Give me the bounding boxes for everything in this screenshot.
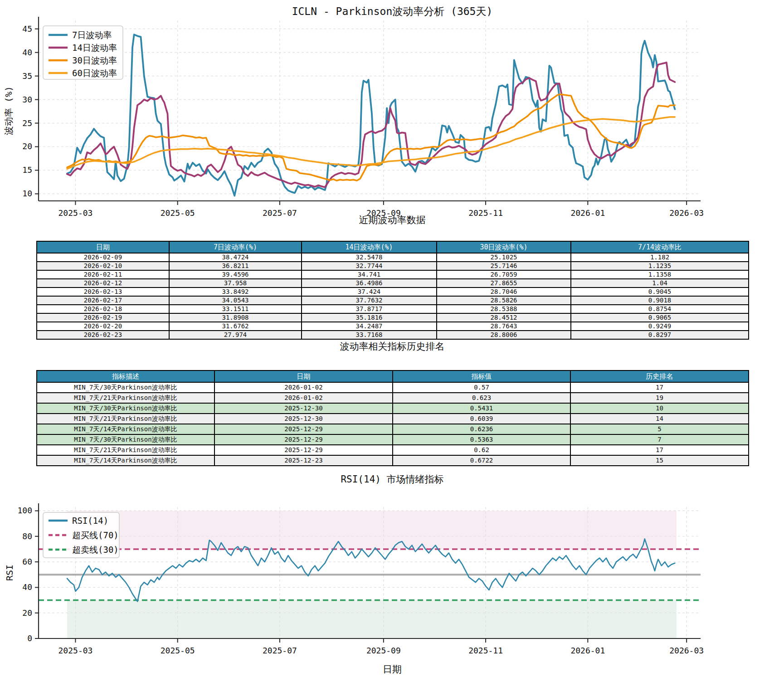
table-cell: 2026-02-11: [37, 270, 169, 279]
table-cell: 17: [570, 445, 749, 455]
parkinson-volatility-plot-area: 10152025303540452025-032025-052025-07202…: [3, 17, 704, 218]
table-cell: 0.9249: [571, 322, 749, 331]
table-cell: 31.8908: [169, 313, 302, 322]
table-cell: 34.741: [302, 270, 437, 279]
y-tick-label: 25: [22, 118, 32, 128]
table-row: MIN_7天/30天Parkinson波动率比2025-12-300.54311…: [37, 403, 749, 414]
header-row: 指标描述日期指标值历史排名: [37, 370, 749, 382]
table-cell: 31.6762: [169, 322, 302, 331]
table-cell: 17: [570, 382, 749, 393]
ranking-table-title: 波动率相关指标历史排名: [23, 340, 762, 353]
y-tick-label: 20: [22, 141, 32, 151]
volatility-analysis-page: ICLN - Parkinson波动率分析 (365天) 10152025303…: [0, 0, 784, 687]
table-cell: MIN_7天/14天Parkinson波动率比: [37, 424, 214, 434]
y-tick-label: 40: [22, 582, 32, 592]
table-cell: 2026-02-17: [37, 296, 169, 305]
table-cell: 25.1025: [437, 253, 571, 262]
table-cell: 37.8717: [302, 305, 437, 313]
x-tick-label: 2025-11: [468, 646, 503, 655]
table-cell: 2026-01-02: [214, 382, 393, 393]
table-cell: 2026-01-02: [214, 393, 393, 403]
table-cell: MIN_7天/21天Parkinson波动率比: [37, 393, 214, 403]
legend-label: 超卖线(30): [72, 545, 119, 555]
table-cell: 0.6722: [393, 455, 570, 466]
table-cell: 0.9065: [571, 313, 749, 322]
table-cell: 2026-02-10: [37, 262, 169, 270]
table-row: 2026-02-2031.676234.248728.76430.9249: [37, 322, 749, 331]
table-cell: 28.5388: [437, 305, 571, 313]
volatility-line-chart: 10152025303540452025-032025-052025-07202…: [0, 0, 784, 229]
table-cell: 28.7046: [437, 287, 571, 296]
column-header: 日期: [37, 241, 169, 253]
table-cell: 0.5363: [393, 434, 570, 445]
column-header: 日期: [214, 370, 393, 382]
table-cell: 37.7632: [302, 296, 437, 305]
table-row: 2026-02-1931.890835.181628.45120.9065: [37, 313, 749, 322]
column-header: 14日波动率(%): [302, 241, 437, 253]
table-cell: 1.04: [571, 279, 749, 287]
table-cell: 2026-02-12: [37, 279, 169, 287]
table-cell: 7: [570, 434, 749, 445]
table-cell: 33.1511: [169, 305, 302, 313]
table-row: 2026-02-1036.821132.774425.71461.1235: [37, 262, 749, 270]
table-cell: 0.6039: [393, 414, 570, 424]
column-header: 指标值: [393, 370, 570, 382]
table-row: MIN_7天/21天Parkinson波动率比2025-12-300.60391…: [37, 414, 749, 424]
table-cell: 2025-12-29: [214, 424, 393, 434]
rsi-chart-title: RSI(14) 市场情绪指标: [23, 473, 762, 486]
table-cell: 0.9045: [571, 287, 749, 296]
threshold-band: [67, 600, 677, 638]
table-cell: 0.623: [393, 393, 570, 403]
table-cell: MIN_7天/30天Parkinson波动率比: [37, 434, 214, 445]
table-cell: 2026-02-18: [37, 305, 169, 313]
threshold-band: [67, 511, 677, 549]
table-cell: 14: [570, 414, 749, 424]
x-tick-label: 2025-07: [263, 646, 297, 655]
table-cell: 15: [570, 455, 749, 466]
table-cell: MIN_7天/21天Parkinson波动率比: [37, 445, 214, 455]
table-cell: 0.5431: [393, 403, 570, 414]
indicator-ranking-table: 指标描述日期指标值历史排名MIN_7天/30天Parkinson波动率比2026…: [36, 370, 749, 466]
x-tick-label: 2026-01: [570, 646, 605, 655]
table-cell: 33.7168: [302, 331, 437, 339]
y-tick-label: 80: [22, 531, 32, 541]
y-tick-label: 35: [22, 71, 32, 81]
rsi-line-chart: 0204060801002025-032025-052025-072025-09…: [0, 490, 784, 687]
table-cell: 39.4596: [169, 270, 302, 279]
table-cell: 0.8297: [571, 331, 749, 339]
table-cell: 2026-02-23: [37, 331, 169, 339]
recent-volatility-table: 日期7日波动率(%)14日波动率(%)30日波动率(%)7/14波动率比2026…: [36, 241, 749, 340]
x-tick-label: 2025-03: [58, 646, 93, 655]
table-cell: 35.1816: [302, 313, 437, 322]
x-tick-label: 2026-03: [669, 646, 704, 655]
volatility-chart-xlabel: 近期波动率数据: [23, 214, 762, 226]
table-cell: 10: [570, 403, 749, 414]
table-row: MIN_7天/30天Parkinson波动率比2026-01-020.5717: [37, 382, 749, 393]
table-row: 2026-02-0938.472432.547825.10251.182: [37, 253, 749, 262]
table-cell: 33.8492: [169, 287, 302, 296]
x-tick-label: 2025-05: [161, 646, 195, 655]
table-cell: 1.1235: [571, 262, 749, 270]
table-cell: 27.974: [169, 331, 302, 339]
series-line-7日波动率: [67, 34, 675, 195]
table-cell: 0.62: [393, 445, 570, 455]
table-cell: 2025-12-23: [214, 455, 393, 466]
table-cell: 26.7059: [437, 270, 571, 279]
table-cell: 37.424: [302, 287, 437, 296]
y-tick-label: 15: [22, 165, 32, 175]
table-cell: MIN_7天/21天Parkinson波动率比: [37, 414, 214, 424]
legend-label: 7日波动率: [72, 30, 112, 40]
y-tick-label: 20: [22, 608, 32, 618]
table-cell: 36.8211: [169, 262, 302, 270]
table-cell: 2026-02-19: [37, 313, 169, 322]
table-cell: 34.2487: [302, 322, 437, 331]
table-cell: 0.9018: [571, 296, 749, 305]
table-cell: 36.4986: [302, 279, 437, 287]
table-cell: 2025-12-30: [214, 403, 393, 414]
y-axis-label: RSI: [4, 565, 15, 581]
table-cell: 2026-02-13: [37, 287, 169, 296]
table-row: 2026-02-1139.459634.74126.70591.1358: [37, 270, 749, 279]
table-cell: 0.6236: [393, 424, 570, 434]
table-cell: 1.182: [571, 253, 749, 262]
table-cell: MIN_7天/30天Parkinson波动率比: [37, 382, 214, 393]
